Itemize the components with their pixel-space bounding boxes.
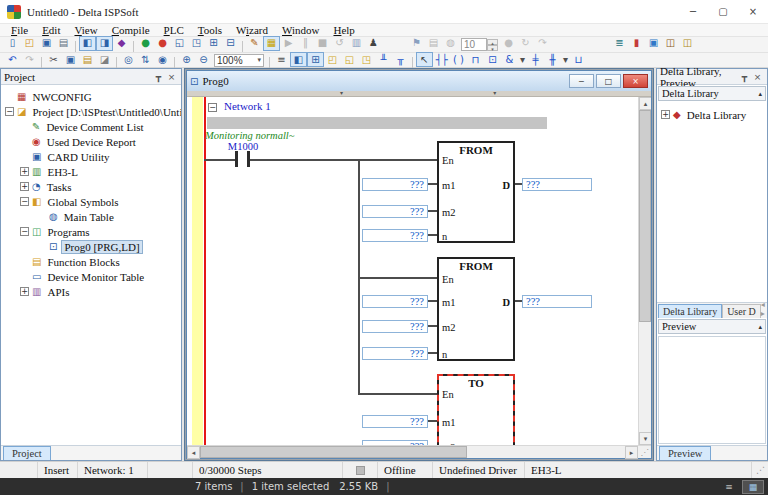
expander-icon[interactable]: − [20, 227, 29, 236]
copy-icon[interactable]: ▣ [62, 52, 79, 67]
tab-user-defined[interactable]: User D [722, 304, 761, 318]
tree-item-tasks[interactable]: +◔Tasks [1, 179, 181, 194]
find-icon[interactable]: ◎ [120, 52, 137, 67]
tab-scroll-arrows[interactable]: ◂ ▸ [761, 300, 767, 318]
split-handle-icon[interactable]: ▾ [340, 89, 343, 96]
rollback-icon[interactable]: ↷ [534, 36, 551, 51]
scroll-down-icon[interactable]: ▾ [639, 432, 651, 445]
comment-toggle-icon[interactable]: ⊞ [307, 52, 324, 67]
expander-icon[interactable]: − [5, 107, 14, 116]
scroll-up-icon[interactable]: ▴ [639, 97, 651, 110]
resize-grip-icon[interactable]: ⋰ [752, 465, 768, 475]
zoom-level-dropdown[interactable]: 100% ▾ [214, 54, 264, 67]
expander-icon[interactable]: + [20, 167, 29, 176]
project-panel-toggle-icon[interactable]: ◧ [79, 36, 96, 51]
pc-link-icon[interactable]: ⊞ [205, 36, 222, 51]
thumbnail-view-icon[interactable]: ▦ [742, 480, 764, 494]
vertical-scrollbar[interactable]: ▴ ▾ [638, 97, 651, 445]
tree-item-used-device-report[interactable]: ◉Used Device Report [1, 134, 181, 149]
contact-operand-label[interactable]: M1000 [221, 141, 265, 152]
expander-icon[interactable]: + [20, 182, 29, 191]
rows-value-field[interactable] [461, 38, 487, 51]
undo-icon[interactable]: ↶ [4, 52, 21, 67]
simulator-icon[interactable]: ♟ [365, 36, 382, 51]
list-view-icon[interactable]: ≡ [718, 480, 740, 494]
select-tool-icon[interactable]: ↖ [416, 52, 433, 67]
instruction-tool-icon[interactable]: ⊓ [467, 52, 484, 67]
monitor-table-icon[interactable]: ▤ [425, 36, 442, 51]
contact-symbol[interactable] [235, 151, 238, 167]
tab-delta-library[interactable]: Delta Library [658, 304, 722, 318]
cross-reference-icon[interactable]: ◫ [662, 36, 679, 51]
align-top-icon[interactable]: ╨ [375, 52, 392, 67]
operand-input[interactable]: ??? [362, 320, 428, 333]
manual-icon[interactable]: ◆ [113, 36, 130, 51]
library-manager-icon[interactable]: ≣ [611, 36, 628, 51]
temperature-wizard-icon[interactable]: ▮ [628, 36, 645, 51]
output-operand-input[interactable]: ??? [522, 178, 592, 191]
operand-input[interactable]: ??? [362, 415, 428, 428]
tree-item-project-root[interactable]: −◪Project [D:\ISPtest\Untitled0\Untitled… [1, 104, 181, 119]
reset-plc-icon[interactable]: ↺ [331, 36, 348, 51]
add-network-below-icon[interactable]: ◱ [341, 52, 358, 67]
scrollbar-thumb[interactable] [639, 110, 651, 322]
compare-tool-icon[interactable]: ⊡ [484, 52, 501, 67]
edit-mode-icon[interactable]: ✎ [246, 36, 263, 51]
tree-item-programs[interactable]: −◫Programs [1, 224, 181, 239]
erase-icon[interactable]: ◪ [96, 52, 113, 67]
copy-network-icon[interactable]: ◳ [358, 52, 375, 67]
replace-icon[interactable]: ⇅ [137, 52, 154, 67]
symbol-table-toggle-icon[interactable]: ◧ [290, 52, 307, 67]
contact-tool-icon[interactable]: ┤├ [433, 52, 450, 67]
ladder-canvas[interactable]: − Network 1 Monitoring normall~ M1000 [187, 97, 638, 445]
upload-program-icon[interactable]: ◳ [188, 36, 205, 51]
delta-library-section-header[interactable]: Delta Library ▴ [658, 86, 766, 101]
horizontal-scrollbar[interactable]: ◂ ▸ ⋰ [187, 445, 651, 458]
expander-icon[interactable]: + [20, 287, 29, 296]
tab-preview[interactable]: Preview [659, 446, 711, 460]
function-block-from-2[interactable]: FROM En m1 m2 n D [437, 257, 515, 361]
save-icon[interactable]: ▣ [38, 36, 55, 51]
split-handle-icon[interactable]: ▾ [493, 89, 496, 96]
prog0-title-bar[interactable]: ⊡ Prog0 ─ □ × [187, 71, 651, 91]
preview-section-header[interactable]: Preview ▴ [658, 319, 766, 334]
collapse-icon[interactable]: ▴ [758, 90, 762, 98]
screen-monitor-icon[interactable]: ▣ [645, 36, 662, 51]
tree-item-card-utility[interactable]: ▣CARD Utility [1, 149, 181, 164]
cut-icon[interactable]: ✂ [45, 52, 62, 67]
open-file-icon[interactable]: ◰ [21, 36, 38, 51]
tree-item-apis[interactable]: +▥APIs [1, 284, 181, 299]
network-label[interactable]: Network 1 [224, 100, 271, 112]
coil-tool-icon[interactable]: ( ) [450, 52, 467, 67]
tree-item-global-symbols[interactable]: −◧Global Symbols [1, 194, 181, 209]
expander-icon[interactable]: − [20, 197, 29, 206]
communication-settings-icon[interactable]: ● [137, 36, 154, 51]
pin-icon[interactable]: ┳ [152, 72, 165, 82]
expander-icon[interactable]: + [661, 110, 670, 119]
close-icon[interactable]: × [751, 72, 764, 82]
prog0-maximize-button[interactable]: □ [596, 74, 621, 88]
refresh-monitor-icon[interactable]: ↻ [517, 36, 534, 51]
maximize-button[interactable]: ▢ [708, 1, 738, 23]
output-panel-toggle-icon[interactable]: ◨ [96, 36, 113, 51]
monitor-flag-icon[interactable]: ⚑ [408, 36, 425, 51]
operand-input[interactable]: ??? [362, 229, 428, 242]
tree-item-delta-library[interactable]: + ◆ Delta Library [657, 107, 767, 122]
set-value-icon[interactable]: ◍ [442, 36, 459, 51]
operand-input[interactable]: ??? [362, 347, 428, 360]
paste-icon[interactable]: ▤ [79, 52, 96, 67]
vertical-line-tool-icon[interactable]: ╪ [527, 52, 544, 67]
apply-monitor-icon[interactable]: ● [500, 36, 517, 51]
close-icon[interactable]: × [165, 72, 178, 82]
tree-item-device-comment-list[interactable]: ✎Device Comment List [1, 119, 181, 134]
network-collapse-icon[interactable]: − [208, 103, 217, 112]
pause-plc-icon[interactable]: ‖ [297, 36, 314, 51]
network-comment-bar[interactable] [207, 117, 547, 129]
chevron-down-icon[interactable]: ▾ [561, 52, 570, 67]
tree-item-function-blocks[interactable]: ▤Function Blocks [1, 254, 181, 269]
function-block-from-1[interactable]: FROM En m1 m2 n D [437, 141, 515, 243]
scrollbar-thumb[interactable] [200, 446, 467, 458]
zoom-in-icon[interactable]: ⊕ [178, 52, 195, 67]
stop-plc-icon[interactable]: ■ [314, 36, 331, 51]
scroll-left-icon[interactable]: ◂ [187, 446, 200, 459]
